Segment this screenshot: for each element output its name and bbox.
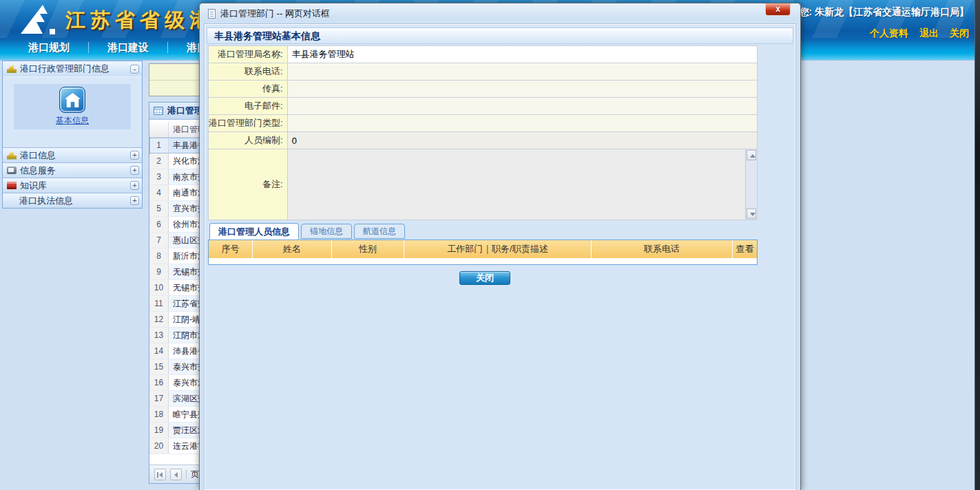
form-row: 港口管理局名称:丰县港务管理站 [209,46,758,63]
port-icon [7,151,17,160]
port-icon [7,65,17,73]
row-number-cell: 20 [149,438,169,454]
home-icon [59,87,85,113]
people-table-header: 序号姓名性别工作部门｜职务/职责描述联系电话查看 [209,240,757,258]
first-page-icon [157,472,158,478]
row-number-cell: 18 [149,407,169,422]
up-arrow-icon [750,154,755,158]
field-label: 传真: [209,81,288,98]
column-header: 性别 [331,240,404,258]
row-number-header [149,122,169,137]
app-logo-icon [19,3,56,37]
row-number-cell: 3 [149,169,169,184]
field-label: 人员编制: [209,132,288,149]
field-value [287,98,757,115]
dialog-form: 港口管理局名称:丰县港务管理站联系电话:传真:电子邮件:港口管理部门类型:人员编… [208,45,758,220]
sidebar-item-label: 基本信息 [56,115,89,127]
field-value [287,81,757,98]
row-number-cell: 9 [149,264,169,279]
sidebar-accordion: 港口行政管理部门信息-基本信息港口信息+信息服务+知识库+港口执法信息+ [2,61,143,209]
field-value [287,63,757,81]
header-link[interactable]: 个人资料 [870,28,908,40]
header-link[interactable]: 退出 [919,28,939,40]
field-value: 丰县港务管理站 [287,46,757,63]
field-label: 电子邮件: [209,98,288,115]
sidebar-panel-label: 知识库 [20,180,47,192]
field-value [287,115,757,132]
screen-edge-strip [974,0,980,490]
nav-tab[interactable]: 港口建设 [89,41,167,54]
dialog-titlebar[interactable]: 港口管理部门 -- 网页对话框 [200,3,800,24]
field-value[interactable] [287,149,757,220]
row-number-cell: 5 [149,201,169,216]
prev-page-icon [174,472,178,478]
form-row: 人员编制:0 [209,132,758,149]
field-value: 0 [287,132,757,149]
row-number-cell: 10 [149,280,169,295]
books-icon [7,182,17,189]
dialog-close-button[interactable]: x [765,3,791,16]
expand-button[interactable]: + [130,166,139,175]
close-button[interactable]: 关闭 [459,271,510,285]
dialog-tab[interactable]: 港口管理人员信息 [209,223,299,239]
expand-button[interactable]: + [130,151,139,160]
row-number-cell: 15 [149,359,169,374]
column-header: 查看 [732,240,757,258]
sidebar-panel-header[interactable]: 知识库+ [3,178,142,193]
collapse-button[interactable]: - [130,65,139,74]
scroll-up-button[interactable] [747,150,756,160]
header-link[interactable]: 关闭 [950,28,969,40]
form-row: 备注: [209,149,758,220]
pager-label: 页 [191,469,199,480]
form-row: 传真: [209,81,758,98]
dialog-tab[interactable]: 航道信息 [354,224,405,239]
header-links: 个人资料退出关闭 [870,28,969,40]
sidebar-panel-label: 港口信息 [20,149,56,162]
row-number-cell: 16 [149,375,169,390]
column-header: 联系电话 [591,240,732,258]
sidebar-panel-label: 港口行政管理部门信息 [20,63,110,75]
row-number-cell: 2 [149,153,169,169]
services-icon [7,167,17,174]
sidebar-panel-label: 港口执法信息 [7,195,73,207]
sidebar-panel-header[interactable]: 港口行政管理部门信息- [3,61,142,76]
row-number-cell: 11 [149,296,169,311]
page: 江苏省省级港口综 欢迎您: 朱新龙【江苏省交通运输厅港口局】 个人资料退出关闭 … [0,0,980,490]
form-row: 联系电话: [209,63,758,81]
welcome-text: 欢迎您: 朱新龙【江苏省交通运输厅港口局】 [780,6,969,19]
sidebar-item-basic-info[interactable]: 基本信息 [14,84,131,129]
row-number-cell: 8 [149,248,169,264]
nav-tab[interactable]: 港口规划 [10,41,88,54]
remarks-textarea[interactable] [288,149,757,220]
dialog-tab[interactable]: 锚地信息 [301,224,352,239]
section-title: 丰县港务管理站基本信息 [207,28,793,44]
field-label: 港口管理局名称: [209,46,288,63]
sidebar-panel-header[interactable]: 港口执法信息+ [3,193,142,208]
prev-page-button[interactable] [170,469,182,480]
row-number-cell: 14 [149,343,169,359]
field-label: 备注: [209,149,288,220]
sidebar-panel-header[interactable]: 港口信息+ [3,147,142,162]
sidebar-panel-label: 信息服务 [20,164,56,177]
first-page-button[interactable] [154,469,166,480]
scroll-down-button[interactable] [747,209,756,219]
form-row: 电子邮件: [209,98,758,115]
expand-button[interactable]: + [130,181,139,190]
pager-divider [186,469,187,479]
sidebar-panel-body: 基本信息 [3,76,142,147]
column-header: 姓名 [252,240,331,258]
row-number-cell: 13 [149,328,169,343]
row-number-cell: 1 [149,138,169,153]
row-number-cell: 12 [149,312,169,327]
expand-button[interactable]: + [130,196,139,205]
panel-title: 港口管理 [167,105,203,117]
people-table: 序号姓名性别工作部门｜职务/职责描述联系电话查看 [208,239,758,265]
form-row: 港口管理部门类型: [209,115,758,132]
field-label: 联系电话: [209,63,288,81]
textarea-scrollbar[interactable] [745,149,757,220]
row-number-cell: 17 [149,391,169,406]
dialog-body: 丰县港务管理站基本信息 港口管理局名称:丰县港务管理站联系电话:传真:电子邮件:… [205,24,795,490]
down-arrow-icon [750,213,755,216]
sidebar-panel-header[interactable]: 信息服务+ [3,162,142,178]
row-number-cell: 7 [149,233,169,248]
